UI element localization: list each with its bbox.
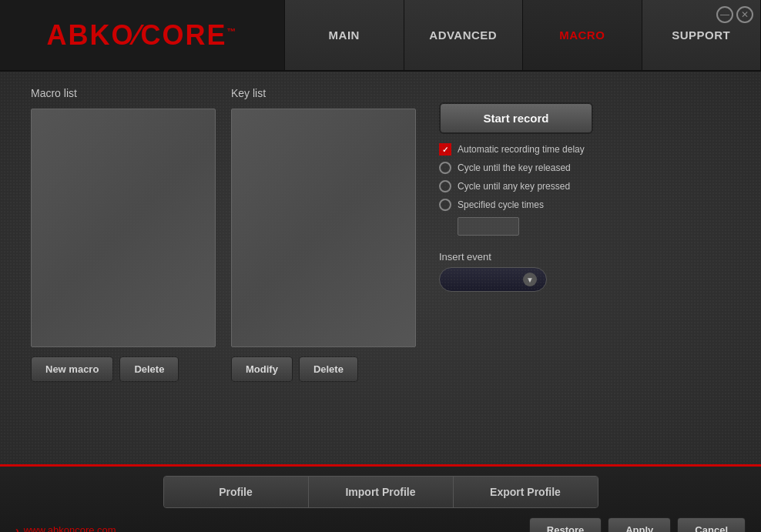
macro-list-panel: Macro list New macro Delete [31, 87, 216, 382]
dropdown-arrow-icon: ▼ [523, 273, 537, 286]
website-link[interactable]: › www.abkoncore.com [15, 524, 116, 533]
cycle-released-option[interactable]: Cycle until the key released [439, 162, 593, 174]
key-list-panel: Key list Modify Delete [231, 87, 416, 382]
nav-tabs: Main Advanced Macro Support [285, 0, 761, 70]
start-record-button[interactable]: Start record [439, 102, 593, 134]
recording-options: Automatic recording time delay Cycle unt… [439, 143, 593, 236]
delete-key-button[interactable]: Delete [299, 356, 358, 382]
auto-delay-checkbox[interactable] [439, 143, 451, 156]
logo-area: ABKO∕CORE™ [0, 0, 285, 70]
macro-list-box[interactable] [31, 109, 216, 347]
export-profile-button[interactable]: Export Profile [454, 477, 598, 507]
auto-delay-option[interactable]: Automatic recording time delay [439, 143, 593, 156]
restore-button[interactable]: Restore [529, 517, 602, 532]
insert-event-dropdown[interactable]: ▼ [439, 267, 547, 292]
key-list-label: Key list [231, 87, 416, 99]
right-controls: Start record Automatic recording time de… [439, 87, 593, 292]
tab-main[interactable]: Main [285, 0, 404, 70]
header: ABKO∕CORE™ Main Advanced Macro Support —… [0, 0, 761, 72]
profile-buttons-area: Profile Import Profile Export Profile [0, 467, 761, 517]
specified-cycle-label: Specified cycle times [458, 199, 544, 210]
insert-event-section: Insert event ▼ [439, 251, 593, 292]
profile-button[interactable]: Profile [164, 477, 309, 507]
cycle-pressed-label: Cycle until any key pressed [458, 181, 570, 192]
window-controls: — ✕ [709, 6, 761, 23]
minimize-button[interactable]: — [716, 6, 733, 23]
tab-advanced[interactable]: Advanced [404, 0, 524, 70]
key-panel-buttons: Modify Delete [231, 356, 416, 382]
specified-cycle-input[interactable] [458, 217, 519, 236]
bottom-bar: Profile Import Profile Export Profile › … [0, 464, 761, 532]
delete-macro-button[interactable]: Delete [119, 356, 179, 382]
import-profile-button[interactable]: Import Profile [309, 477, 454, 507]
cycle-released-label: Cycle until the key released [458, 162, 571, 173]
close-button[interactable]: ✕ [736, 6, 753, 23]
specified-cycle-option[interactable]: Specified cycle times [439, 199, 593, 211]
logo: ABKO∕CORE™ [46, 19, 237, 52]
auto-delay-label: Automatic recording time delay [458, 144, 585, 155]
tab-macro[interactable]: Macro [523, 0, 642, 70]
macro-list-label: Macro list [31, 87, 216, 99]
footer-buttons: Restore Apply Cancel [529, 517, 746, 532]
cycle-pressed-radio[interactable] [439, 180, 451, 192]
website-url: www.abkoncore.com [24, 524, 116, 532]
logo-tm: ™ [227, 26, 238, 37]
cycle-pressed-option[interactable]: Cycle until any key pressed [439, 180, 593, 192]
apply-button[interactable]: Apply [608, 517, 671, 532]
specified-cycle-radio[interactable] [439, 199, 451, 211]
key-list-box[interactable] [231, 109, 416, 347]
panels-row: Macro list New macro Delete Key list Mod… [31, 87, 730, 382]
macro-panel-buttons: New macro Delete [31, 356, 216, 382]
cycle-released-radio[interactable] [439, 162, 451, 174]
modify-button[interactable]: Modify [231, 356, 293, 382]
content-area: Macro list New macro Delete Key list Mod… [0, 72, 761, 464]
cancel-button[interactable]: Cancel [677, 517, 746, 532]
website-arrow-icon: › [15, 524, 19, 533]
profile-btn-group: Profile Import Profile Export Profile [163, 476, 598, 508]
footer-row: › www.abkoncore.com Restore Apply Cancel [0, 517, 761, 532]
new-macro-button[interactable]: New macro [31, 356, 113, 382]
insert-event-label: Insert event [439, 251, 593, 263]
